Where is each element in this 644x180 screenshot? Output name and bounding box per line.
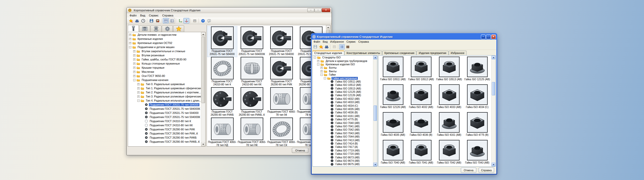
tree-item[interactable]: Гайка ISO 7041 (АВ) — [313, 125, 373, 128]
grid-item[interactable]: Гайка ISO 4033 (АВ) — [435, 84, 463, 112]
menu-item-Справка[interactable]: Справка — [357, 40, 370, 43]
grid-item[interactable]: Гайка ISO 4034 (С) — [463, 84, 491, 112]
category-tab-starGold[interactable] — [173, 25, 184, 32]
tree-item[interactable]: Подшипник ГОСТ 20531-75 тип 584000К — [128, 107, 201, 111]
tree-expander[interactable]: + — [133, 62, 135, 65]
tree-item[interactable]: +Крепежные изделия — [128, 37, 201, 41]
toolbar-button-info[interactable]: i — [206, 18, 212, 23]
tab-Стандартные изделия[interactable]: Стандартные изделия — [312, 51, 344, 55]
tab-Крепежные соединения[interactable]: Крепежные соединения — [382, 51, 416, 55]
grid-item[interactable]: Гайка ISO 4036 (В) — [407, 112, 435, 140]
tree-item[interactable]: +Кольца стопорные пружинные — [128, 61, 201, 66]
grid-item[interactable]: Подшипник ГОСТ 20531-75 тип 594000 — [267, 26, 296, 57]
grid-item[interactable]: Подшипник ГОСТ 24310-80 тип КК — [237, 57, 267, 87]
tree-item[interactable]: -Гайки шестигранные — [313, 76, 373, 80]
tree-expander[interactable]: + — [133, 54, 135, 57]
scroll-up-arrow[interactable] — [326, 25, 330, 29]
toolbar-button-columns[interactable] — [345, 44, 350, 49]
grid-item[interactable]: Подшипник ГОСТ 4060-78 тип НК — [237, 118, 267, 146]
tree-expander[interactable]: + — [133, 75, 135, 77]
tree-item[interactable]: Гайка ISO 7720 (АВ) — [313, 152, 373, 156]
tree-item[interactable]: +Шайбы — [313, 166, 373, 167]
tree-item[interactable]: Подшипник ГОСТ 20531-75 тип 594000 — [128, 111, 201, 115]
tree-item[interactable]: Гайка ISO 8674 (АВ) — [313, 159, 373, 163]
tree-item[interactable]: Подшипник ГОСТ 20531-75 тип 594000К — [128, 115, 201, 119]
grid-item[interactable]: Гайка ISO 4775 (В) — [463, 112, 491, 140]
tree-item[interactable]: +Детали пневмо- и гидросистем — [128, 33, 201, 37]
tree-expander[interactable]: + — [320, 67, 323, 69]
tree-item[interactable]: Подшипник ГОСТ 20531-75 тип 584000 — [128, 103, 201, 107]
tree-expander[interactable]: - — [129, 46, 131, 48]
tree-expander[interactable]: + — [133, 67, 135, 69]
tree-item[interactable]: Гайка ISO 7044 (АВ) — [313, 135, 373, 138]
tree-item[interactable]: Гайка ISO 7414 (В) — [313, 142, 373, 145]
tree-item[interactable]: -Гайки — [313, 73, 373, 76]
tree-expander[interactable]: + — [137, 87, 140, 89]
tab-Изделия предприятия[interactable]: Изделия предприятия — [417, 51, 448, 55]
tab-Конструктивные элементы[interactable]: Конструктивные элементы — [344, 51, 382, 55]
menu-item-Файл[interactable]: Файл — [128, 14, 138, 17]
tree-expander[interactable]: + — [129, 34, 131, 36]
title-bar[interactable]: Корпоративный справочник Стандартные Изд… — [127, 7, 332, 13]
tree-item[interactable]: Гайка ISO 4775 (В) — [313, 118, 373, 121]
tree-item[interactable]: Гайка ISO 10512 (АВ) — [313, 83, 373, 87]
tree-item[interactable]: Гайка ISO 10511 (АВ) — [313, 80, 373, 83]
tree-expander[interactable]: - — [137, 100, 140, 102]
tree-item[interactable]: Гайка ISO 7042 (АВ) — [313, 128, 373, 131]
grid-item[interactable]: Подшипник ГОСТ 26290-90 тип РИКБ..К — [237, 87, 267, 118]
tree-item[interactable]: Гайка ISO 7040 (АВ) — [313, 121, 373, 124]
cancel-button[interactable]: Отмена — [461, 168, 476, 173]
tree-item[interactable]: +Тип 1. Радиальные шариковые сферические — [128, 86, 201, 90]
tree-item[interactable]: Подшипник ГОСТ 24310-80 тип КК — [128, 123, 201, 127]
grid-item[interactable]: Гайка ISO 4035 (АВ) — [379, 112, 407, 140]
tree-item[interactable]: Гайка ISO 4036 (В) — [313, 111, 373, 114]
tree-item[interactable]: +Тип 2. Радиальные роликовые с коротким.… — [128, 90, 201, 94]
scroll-thumb[interactable] — [201, 37, 205, 103]
grid-item[interactable]: Гайка ISO 4032 (АВ) — [407, 84, 435, 112]
tree-item[interactable]: Гайка ISO 4032 (АВ) — [313, 97, 373, 101]
grid-item[interactable]: Подшипник ГОСТ 4060-78 тип 94 — [267, 87, 296, 118]
tree-expander[interactable]: + — [133, 58, 135, 61]
grid-item[interactable]: Гайка ISO 4161 (АВ) — [435, 112, 463, 140]
title-bar[interactable]: Корпоративный справочник Стандартные Изд… — [312, 34, 496, 40]
category-tab-washers[interactable] — [150, 25, 162, 32]
scroll-thumb[interactable] — [374, 105, 377, 121]
tree-item[interactable]: Гайка ISO 7417 (А) — [313, 145, 373, 149]
grid-item[interactable]: Подшипник ГОСТ 24310-80 тип К — [207, 57, 237, 87]
minimize-button[interactable]: – — [481, 34, 486, 39]
cancel-button[interactable]: Отмена — [292, 148, 308, 153]
category-tab-gear[interactable] — [162, 25, 173, 32]
grid-item[interactable]: Подшипник ГОСТ 20531-75 тип 584000К — [237, 26, 267, 57]
tree-item[interactable]: +Тип 3. Радиальные роликовые сферические — [128, 94, 201, 98]
maximize-button[interactable]: □ — [486, 34, 491, 39]
minimize-button[interactable]: – — [307, 8, 314, 12]
tree-item[interactable]: Гайка ISO 8673 (АВ) — [313, 156, 373, 159]
tree-expander[interactable]: + — [129, 38, 131, 40]
tree-expander[interactable]: + — [137, 91, 140, 94]
scroll-down-arrow[interactable] — [492, 163, 495, 166]
tree-item[interactable]: Гайка ISO 4033 (АВ) — [313, 101, 373, 104]
grid-item[interactable]: Подшипник ГОСТ 4060-78 тип НД — [207, 118, 237, 146]
scroll-down-arrow[interactable] — [201, 142, 205, 146]
menu-item-Файл[interactable]: Файл — [312, 40, 321, 43]
tree-item[interactable]: -Тип 4. Радиальные игольчатые или с длин… — [128, 98, 201, 103]
tree-expander[interactable]: + — [317, 60, 319, 62]
grid-item[interactable]: Подшипник ГОСТ 26290-90 тип РИК — [267, 57, 296, 87]
tree-item[interactable]: Гайка ISO 7413 (АВ) — [313, 138, 373, 142]
tree-expander[interactable]: + — [137, 95, 140, 98]
toolbar-button-listDots[interactable] — [339, 44, 345, 49]
grid-item[interactable]: Гайка ISO 7043 (АВ) — [463, 140, 491, 166]
tree-item[interactable]: -Стандарты ISO — [313, 56, 373, 59]
toolbar-button-thumbs[interactable] — [163, 18, 169, 23]
tree-item[interactable]: +Гайки, шайбы, скобы ГОСТ 8530-90 — [128, 57, 201, 61]
grid-item[interactable]: Гайка ISO 7041 (АВ) — [407, 140, 435, 166]
toolbar-button-star[interactable] — [128, 18, 134, 23]
scroll-thumb[interactable] — [492, 82, 495, 95]
tree-expander[interactable]: - — [320, 74, 323, 76]
toolbar-button-axes3d[interactable] — [183, 18, 189, 23]
category-tab-insert[interactable] — [139, 25, 150, 32]
tree-expander[interactable]: + — [133, 50, 135, 52]
tree-item[interactable]: +Масленки — [128, 70, 201, 74]
tree-expander[interactable]: + — [129, 42, 131, 44]
grid-scrollbar[interactable] — [491, 56, 495, 166]
